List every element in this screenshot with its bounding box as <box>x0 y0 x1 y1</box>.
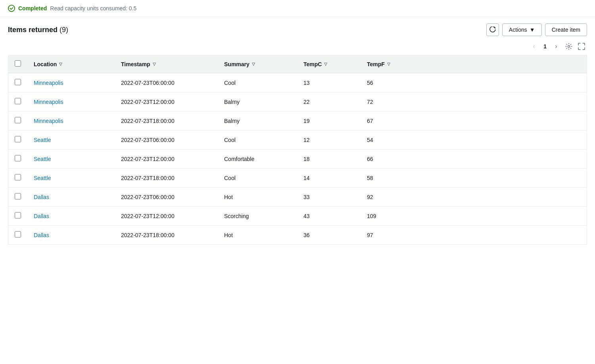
cell-tempc: 19 <box>297 111 361 130</box>
status-bar: Completed Read capacity units consumed: … <box>0 0 595 17</box>
cell-timestamp: 2022-07-23T06:00:00 <box>115 130 218 149</box>
toolbar: Items returned (9) Actions ▼ Create item <box>0 17 595 39</box>
chevron-right-icon: › <box>555 43 557 50</box>
cell-location: Minneapolis <box>27 92 115 111</box>
location-link[interactable]: Minneapolis <box>34 80 63 86</box>
row-checkbox[interactable] <box>15 79 21 85</box>
table-row: Seattle2022-07-23T12:00:00Comfortable186… <box>8 149 587 169</box>
prev-page-button[interactable]: ‹ <box>528 41 539 52</box>
cell-timestamp: 2022-07-23T18:00:00 <box>115 169 218 188</box>
cell-timestamp: 2022-07-23T06:00:00 <box>115 73 218 92</box>
location-link[interactable]: Dallas <box>34 213 49 219</box>
table-row: Seattle2022-07-23T06:00:00Cool1254 <box>8 130 587 149</box>
gear-icon <box>565 43 572 50</box>
table-row: Dallas2022-07-23T12:00:00Scorching43109 <box>8 207 587 226</box>
create-item-button[interactable]: Create item <box>545 23 587 36</box>
cell-tempf: 109 <box>361 207 587 226</box>
location-link[interactable]: Seattle <box>34 175 51 181</box>
select-all-header <box>8 56 28 73</box>
table-row: Minneapolis2022-07-23T06:00:00Cool1356 <box>8 73 587 92</box>
cell-tempf: 97 <box>361 226 587 245</box>
row-checkbox-cell <box>8 226 28 245</box>
cell-timestamp: 2022-07-23T06:00:00 <box>115 188 218 207</box>
col-header-tempf[interactable]: TempF ▽ <box>361 56 587 73</box>
cell-summary: Cool <box>218 130 297 149</box>
cell-summary: Comfortable <box>218 149 297 169</box>
svg-point-1 <box>568 46 570 48</box>
status-completed-label: Completed <box>18 5 47 11</box>
items-count: (9) <box>60 26 68 34</box>
cell-tempf: 92 <box>361 188 587 207</box>
col-header-timestamp[interactable]: Timestamp ▽ <box>115 56 218 73</box>
row-checkbox[interactable] <box>15 98 21 104</box>
svg-point-0 <box>8 5 15 11</box>
col-header-tempc[interactable]: TempC ▽ <box>297 56 361 73</box>
refresh-icon <box>489 27 496 33</box>
location-link[interactable]: Minneapolis <box>34 118 63 124</box>
cell-tempc: 18 <box>297 149 361 169</box>
tempc-sort-icon: ▽ <box>324 62 327 66</box>
refresh-button[interactable] <box>486 23 499 36</box>
cell-location: Seattle <box>27 149 115 169</box>
cell-timestamp: 2022-07-23T18:00:00 <box>115 111 218 130</box>
cell-timestamp: 2022-07-23T12:00:00 <box>115 207 218 226</box>
cell-tempc: 43 <box>297 207 361 226</box>
settings-icon-button[interactable] <box>563 41 574 52</box>
items-table: Location ▽ Timestamp ▽ Summary ▽ <box>8 55 587 245</box>
chevron-left-icon: ‹ <box>533 43 535 50</box>
cell-summary: Scorching <box>218 207 297 226</box>
status-detail-text: Read capacity units consumed: 0.5 <box>50 5 136 11</box>
summary-sort-icon: ▽ <box>252 62 255 66</box>
col-header-summary[interactable]: Summary ▽ <box>218 56 297 73</box>
items-returned-heading: Items returned (9) <box>8 26 68 34</box>
row-checkbox-cell <box>8 92 28 111</box>
row-checkbox-cell <box>8 207 28 226</box>
row-checkbox-cell <box>8 111 28 130</box>
location-link[interactable]: Minneapolis <box>34 99 63 105</box>
location-link[interactable]: Seattle <box>34 156 51 162</box>
cell-location: Dallas <box>27 226 115 245</box>
tempf-sort-icon: ▽ <box>387 62 390 66</box>
row-checkbox[interactable] <box>15 231 21 238</box>
cell-summary: Cool <box>218 73 297 92</box>
cell-summary: Cool <box>218 169 297 188</box>
cell-tempf: 66 <box>361 149 587 169</box>
cell-tempc: 22 <box>297 92 361 111</box>
actions-button[interactable]: Actions ▼ <box>502 23 542 36</box>
row-checkbox[interactable] <box>15 212 21 218</box>
next-page-button[interactable]: › <box>551 41 562 52</box>
cell-summary: Balmy <box>218 92 297 111</box>
cell-tempc: 36 <box>297 226 361 245</box>
table-row: Dallas2022-07-23T06:00:00Hot3392 <box>8 188 587 207</box>
row-checkbox[interactable] <box>15 193 21 199</box>
check-circle-icon <box>8 5 15 12</box>
row-checkbox[interactable] <box>15 174 21 180</box>
main-container: Completed Read capacity units consumed: … <box>0 0 595 364</box>
row-checkbox[interactable] <box>15 117 21 123</box>
items-returned-label: Items returned (9) <box>8 26 68 34</box>
cell-tempf: 56 <box>361 73 587 92</box>
cell-timestamp: 2022-07-23T18:00:00 <box>115 226 218 245</box>
cell-tempc: 12 <box>297 130 361 149</box>
table-row: Minneapolis2022-07-23T18:00:00Balmy1967 <box>8 111 587 130</box>
cell-location: Dallas <box>27 188 115 207</box>
row-checkbox[interactable] <box>15 136 21 142</box>
col-header-location[interactable]: Location ▽ <box>27 56 115 73</box>
expand-icon-button[interactable] <box>576 41 587 52</box>
toolbar-actions: Actions ▼ Create item <box>486 23 587 36</box>
cell-timestamp: 2022-07-23T12:00:00 <box>115 92 218 111</box>
select-all-checkbox[interactable] <box>15 60 21 67</box>
location-link[interactable]: Seattle <box>34 137 51 143</box>
cell-summary: Hot <box>218 226 297 245</box>
row-checkbox[interactable] <box>15 155 21 161</box>
location-link[interactable]: Dallas <box>34 232 49 238</box>
cell-tempf: 72 <box>361 92 587 111</box>
location-link[interactable]: Dallas <box>34 194 49 200</box>
expand-icon <box>578 43 585 50</box>
current-page: 1 <box>541 43 549 50</box>
cell-location: Seattle <box>27 169 115 188</box>
cell-tempf: 54 <box>361 130 587 149</box>
table-wrapper: Location ▽ Timestamp ▽ Summary ▽ <box>0 55 595 245</box>
cell-location: Seattle <box>27 130 115 149</box>
actions-chevron-icon: ▼ <box>530 27 535 33</box>
